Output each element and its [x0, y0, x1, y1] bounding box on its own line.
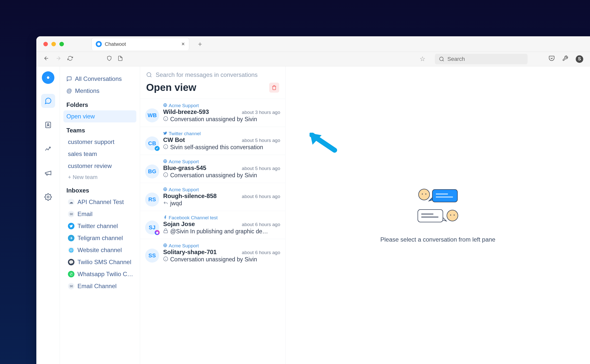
trash-icon	[272, 85, 277, 90]
rail-campaigns[interactable]	[41, 166, 55, 180]
channel-badge-icon: ✔	[155, 146, 160, 151]
reload-button[interactable]	[67, 56, 73, 63]
new-team-button[interactable]: + New team	[63, 172, 136, 183]
conversation-item[interactable]: SS Acme Support Solitary-shape-701 about…	[140, 239, 285, 267]
nav-rail	[36, 66, 60, 364]
conversation-item[interactable]: RS Acme Support Rough-silence-858 about …	[140, 183, 285, 211]
conversation-time: about 5 hours ago	[242, 138, 280, 143]
new-tab-button[interactable]: ＋	[197, 40, 203, 48]
conversation-name: Blue-grass-545	[163, 164, 206, 171]
rail-contacts[interactable]	[41, 118, 55, 132]
svg-point-22	[419, 189, 430, 200]
conversation-avatar: BG	[145, 164, 159, 178]
svg-point-0	[440, 57, 443, 61]
conversation-channel: Facebook Channel test	[163, 215, 280, 221]
sidebar-team-sales[interactable]: sales team	[63, 148, 136, 160]
back-button[interactable]	[43, 55, 49, 63]
sidebar: All Conversations @ Mentions Folders Ope…	[60, 66, 140, 364]
sidebar-mentions[interactable]: @ Mentions	[63, 85, 136, 97]
svg-point-24	[425, 194, 426, 195]
sidebar-inboxes-heading: Inboxes	[63, 183, 136, 196]
twitter-icon	[68, 223, 74, 229]
cloud-icon: ☁	[68, 199, 74, 205]
svg-point-31	[447, 210, 458, 221]
channel-icon	[163, 215, 167, 221]
svg-point-33	[454, 215, 455, 216]
rail-conversations[interactable]	[41, 94, 55, 108]
conversation-avatar: SS	[145, 249, 159, 263]
conversation-item[interactable]: WB Acme Support Wild-breeze-593 about 3 …	[140, 99, 285, 127]
delete-view-button[interactable]	[269, 83, 279, 93]
toolbar-right: S	[549, 55, 583, 63]
maximize-window-button[interactable]	[59, 42, 64, 46]
conversation-message: Conversation unassigned by Sivin	[163, 172, 280, 179]
mail-icon: ✉	[68, 283, 74, 289]
sidebar-inbox-telegram[interactable]: ✈Teligram channel	[63, 232, 136, 244]
forward-button[interactable]	[55, 55, 61, 63]
sidebar-inbox-website[interactable]: 🌐Website channel	[63, 244, 136, 256]
tab-title: Chatwoot	[105, 41, 178, 47]
close-tab-icon[interactable]: ✕	[181, 41, 185, 47]
sidebar-inbox-email-channel[interactable]: ✉Email Channel	[63, 280, 136, 292]
pocket-icon[interactable]	[549, 55, 555, 63]
conversation-item[interactable]: CB✔ Twitter channel CW Bot about 5 hours…	[140, 127, 285, 155]
minimize-window-button[interactable]	[51, 42, 56, 46]
conversation-avatar: WB	[145, 108, 159, 122]
main-panel: Please select a conversation from left p…	[285, 66, 590, 364]
conversation-name: Wild-breeze-593	[163, 108, 209, 115]
devtools-icon[interactable]	[562, 55, 568, 63]
conversation-message: Conversation unassigned by Sivin	[163, 116, 280, 123]
page-info-icon[interactable]	[118, 56, 123, 63]
conversation-time: about 3 hours ago	[242, 110, 280, 115]
conversation-search[interactable]: Search for messages in conversations	[140, 66, 285, 81]
svg-point-32	[450, 215, 451, 216]
browser-tab[interactable]: Chatwoot ✕	[91, 38, 189, 50]
conversation-channel: Acme Support	[163, 243, 280, 249]
conversation-channel: Acme Support	[163, 187, 280, 193]
svg-rect-28	[418, 210, 443, 222]
whatsapp-icon: ✆	[68, 271, 74, 277]
shield-icon[interactable]	[107, 56, 112, 63]
sidebar-team-customer-support[interactable]: customer support	[63, 136, 136, 148]
conversation-time: about 5 hours ago	[242, 166, 280, 171]
conversation-message: @Sivin In publishing and graphic de…	[163, 228, 280, 235]
close-window-button[interactable]	[43, 42, 48, 46]
channel-icon	[163, 243, 167, 249]
app-logo-icon[interactable]	[42, 71, 54, 84]
browser-toolbar: ☆ Search S	[36, 52, 590, 66]
conversation-title: Open view	[146, 82, 196, 93]
svg-point-23	[422, 194, 423, 195]
tab-favicon-icon	[96, 41, 102, 47]
chat-icon: 💬	[68, 259, 74, 265]
bookmark-icon[interactable]: ☆	[420, 55, 425, 63]
browser-search-box[interactable]: Search	[435, 54, 528, 64]
profile-badge[interactable]: S	[576, 55, 583, 63]
sidebar-all-conversations[interactable]: All Conversations	[63, 73, 136, 85]
conversation-time: about 6 hours ago	[242, 194, 280, 199]
window-controls	[43, 42, 64, 46]
sidebar-inbox-api[interactable]: ☁API Channel Test	[63, 196, 136, 208]
conversation-avatar: RS	[145, 193, 159, 207]
conversation-list: WB Acme Support Wild-breeze-593 about 3 …	[140, 99, 285, 267]
rail-settings[interactable]	[41, 190, 55, 204]
rail-reports[interactable]	[41, 142, 55, 156]
conversation-channel: Acme Support	[163, 103, 280, 108]
conversation-time: about 6 hours ago	[242, 222, 280, 227]
sidebar-inbox-whatsapp[interactable]: ✆Whatsapp Twilio C…	[63, 268, 136, 280]
sidebar-team-customer-review[interactable]: customer review	[63, 160, 136, 172]
browser-search-placeholder: Search	[447, 56, 465, 62]
conversation-item[interactable]: BG Acme Support Blue-grass-545 about 5 h…	[140, 155, 285, 183]
search-icon	[146, 72, 152, 78]
conversation-item[interactable]: SJ◉ Facebook Channel test Sojan Jose abo…	[140, 211, 285, 239]
sidebar-folder-open-view[interactable]: Open view	[63, 110, 136, 122]
conversation-channel: Acme Support	[163, 159, 280, 164]
sidebar-inbox-twitter[interactable]: Twitter channel	[63, 220, 136, 232]
sidebar-inbox-twilio-sms[interactable]: 💬Twilio SMS Channel	[63, 256, 136, 268]
message-type-icon	[163, 256, 168, 263]
conversation-message: Sivin self-assigned this conversation	[163, 144, 280, 151]
conversation-message: Conversation unassigned by Sivin	[163, 256, 280, 263]
sidebar-inbox-email[interactable]: ✉Email	[63, 208, 136, 220]
message-type-icon	[163, 144, 168, 151]
telegram-icon: ✈	[68, 235, 74, 241]
conversation-name: CW Bot	[163, 136, 185, 143]
